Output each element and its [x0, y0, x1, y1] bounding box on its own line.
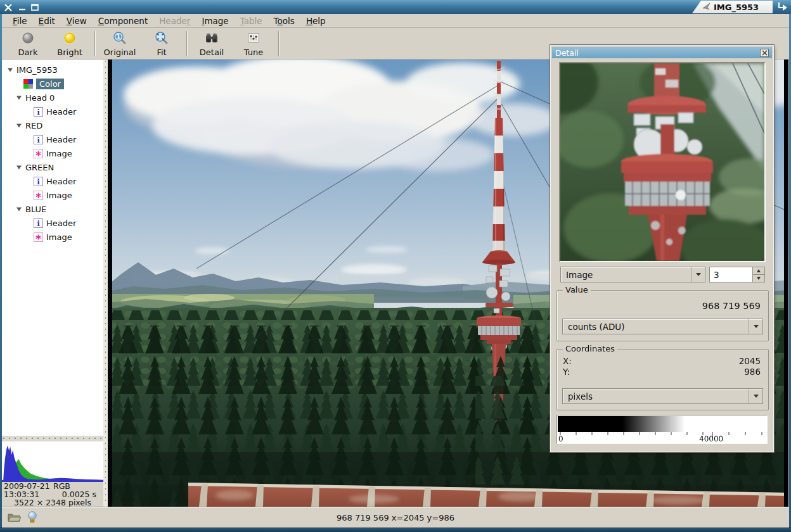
image-viewer-window: IMG_5953 File Edit View Component Header…	[0, 0, 791, 532]
tree-item-img5953[interactable]: IMG_5953	[2, 63, 103, 77]
value-group: Value 968 719 569 counts (ADU)	[556, 290, 769, 341]
tree-item-green[interactable]: GREEN	[2, 160, 103, 174]
bright-button[interactable]: Bright	[49, 30, 91, 58]
menu-component[interactable]: Component	[93, 15, 153, 27]
image-plane-icon	[34, 191, 43, 200]
binoculars-icon	[203, 31, 220, 47]
x-label: X:	[563, 356, 572, 366]
toolbar-separator	[186, 31, 187, 56]
sliders-icon	[245, 31, 262, 47]
tree-item-red[interactable]: RED	[2, 118, 103, 132]
coordinates-unit-combobox[interactable]: pixels	[562, 388, 763, 404]
toolbar-separator	[278, 31, 279, 56]
image-dimensions: 3522 × 2348 pixels	[4, 498, 101, 507]
menubar: File Edit View Component Header Image Ta…	[2, 14, 789, 28]
colorbar-ticks	[558, 432, 766, 439]
colorbar-gradient	[558, 416, 766, 432]
tree-item-head0[interactable]: Head 0	[2, 91, 103, 104]
tree-item-blue[interactable]: BLUE	[2, 202, 103, 216]
window-glyph-icon	[702, 3, 711, 12]
menu-view[interactable]: View	[61, 15, 93, 27]
dark-button[interactable]: Dark	[7, 30, 49, 58]
component-tree: IMG_5953 Color Head 0 i Header RED i Hea…	[2, 60, 103, 436]
histogram-plot	[2, 441, 103, 482]
detail-magnified-view	[559, 62, 766, 262]
window-close-icon[interactable]	[4, 3, 13, 11]
chevron-down-icon	[749, 389, 762, 403]
window-titlebar[interactable]: IMG_5953	[0, 0, 791, 15]
menu-image[interactable]: Image	[196, 15, 234, 27]
detail-source-combobox[interactable]: Image	[560, 267, 705, 282]
expander-icon	[7, 67, 13, 73]
info-icon: i	[34, 107, 43, 117]
y-label: Y:	[563, 367, 570, 377]
pixel-value: 968 719 569	[702, 301, 761, 311]
detail-button[interactable]: Detail	[191, 30, 233, 58]
y-value: 986	[744, 367, 761, 377]
info-icon: i	[34, 177, 43, 186]
expander-icon	[16, 123, 22, 129]
colorbar-mid-label: 40000	[699, 434, 723, 443]
zoom-factor-spinner[interactable]: 3	[709, 267, 765, 282]
close-icon[interactable]	[760, 49, 769, 57]
expander-icon	[16, 206, 22, 212]
tree-item-image[interactable]: Image	[2, 188, 103, 202]
window-send-arrow-icon[interactable]	[777, 2, 788, 14]
window-border-left	[0, 14, 2, 528]
info-icon: i	[34, 135, 43, 144]
selected-tree-label: Color	[36, 79, 64, 89]
menu-table: Table	[235, 15, 268, 27]
value-unit-combobox[interactable]: counts (ADU)	[562, 319, 763, 334]
tree-item-image[interactable]: Image	[2, 230, 103, 244]
svg-text:i: i	[37, 177, 39, 186]
chevron-down-icon	[691, 267, 705, 282]
value-unit: counts (ADU)	[563, 322, 624, 332]
original-zoom-button[interactable]: 1 Original	[99, 30, 141, 58]
statusbar: 968 719 569 x=2045 y=986	[2, 507, 789, 528]
svg-text:i: i	[37, 136, 39, 144]
menu-help[interactable]: Help	[300, 15, 331, 27]
svg-text:1: 1	[117, 34, 120, 40]
vertical-splitter[interactable]	[103, 60, 108, 507]
value-group-legend: Value	[563, 285, 591, 294]
coordinates-group-legend: Coordinates	[563, 344, 617, 353]
expander-icon	[16, 95, 22, 101]
menu-edit[interactable]: Edit	[33, 15, 61, 27]
svg-text:i: i	[37, 108, 39, 116]
svg-text:i: i	[37, 219, 39, 227]
window-maximize-icon[interactable]	[30, 3, 40, 11]
tree-item-header[interactable]: i Header	[2, 132, 103, 146]
tree-item-header[interactable]: i Header	[2, 216, 103, 230]
coordinates-unit: pixels	[563, 391, 593, 402]
tree-item-header[interactable]: i Header	[2, 174, 103, 188]
info-icon: i	[34, 218, 43, 228]
image-info: 2009-07-21RGB 13:03:310.0025 s 3522 × 23…	[2, 482, 103, 507]
spinner-up-icon[interactable]	[753, 267, 764, 274]
colorbar-min-label: 0	[558, 434, 563, 443]
tree-item-image[interactable]: Image	[2, 146, 103, 160]
tune-button[interactable]: Tune	[233, 30, 274, 58]
spinner-down-icon[interactable]	[753, 274, 764, 282]
image-plane-icon	[34, 149, 43, 158]
status-pixel-readout: 968 719 569 x=2045 y=986	[2, 513, 789, 522]
tree-item-header[interactable]: i Header	[2, 104, 103, 118]
dark-sphere-icon	[20, 31, 36, 47]
tree-item-color[interactable]: Color	[2, 77, 103, 91]
menu-file[interactable]: File	[7, 15, 33, 27]
fit-zoom-button[interactable]: Fit	[141, 30, 183, 58]
window-tab[interactable]: IMG_5953	[692, 1, 773, 13]
color-swatch-icon	[23, 79, 33, 89]
detail-panel-title: Detail	[555, 48, 579, 58]
zoom-factor-value: 3	[709, 267, 752, 282]
window-border-bottom	[0, 528, 791, 532]
window-minimize-icon[interactable]	[18, 3, 27, 11]
grayscale-colorbar: 0 40000	[556, 415, 768, 444]
coordinates-group: Coordinates X: 2045 Y: 986 pixels	[556, 349, 769, 410]
histogram-resize-handle[interactable]	[2, 436, 103, 441]
menu-tools[interactable]: Tools	[268, 15, 300, 27]
expander-icon	[16, 165, 22, 170]
detail-panel: Detail	[551, 46, 773, 452]
chevron-down-icon	[749, 319, 762, 334]
x-value: 2045	[739, 356, 761, 366]
detail-panel-titlebar[interactable]: Detail	[552, 47, 772, 58]
